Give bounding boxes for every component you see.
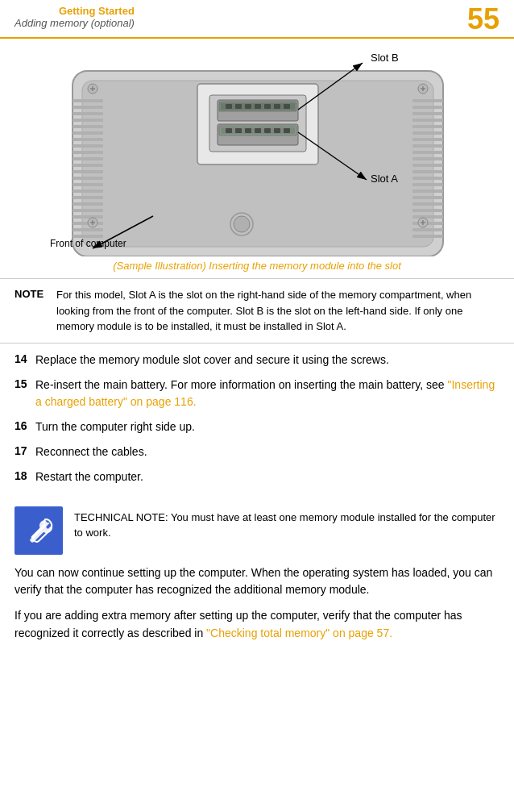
svg-rect-22 [73,228,103,231]
step-14-number: 14 [15,352,35,365]
svg-rect-27 [412,119,443,122]
svg-rect-45 [412,235,443,238]
diagram-area: Slot B Slot A Front of computer [0,39,514,256]
svg-rect-52 [235,104,242,109]
svg-rect-18 [73,202,103,206]
checking-memory-link[interactable]: "Checking total memory" on page 57. [206,627,392,639]
slot-b-label: Slot B [371,52,399,64]
tech-note-icon [15,506,63,555]
svg-rect-55 [264,104,271,109]
svg-rect-41 [412,209,443,212]
svg-rect-38 [412,189,443,193]
laptop-diagram: Slot B Slot A Front of computer [0,39,514,256]
battery-link[interactable]: "Inserting a charged battery" on page 11… [35,378,495,408]
svg-rect-62 [235,128,242,133]
step-17-number: 17 [15,443,35,457]
svg-rect-64 [255,128,261,133]
svg-rect-25 [412,106,443,109]
step-17: 17 Reconnect the cables. [15,443,499,460]
svg-rect-20 [73,215,103,219]
header-titles: Getting Started Adding memory (optional) [15,5,135,29]
step-14-text: Replace the memory module slot cover and… [35,352,389,369]
step-17-text: Reconnect the cables. [35,443,147,460]
svg-rect-8 [73,138,103,141]
svg-rect-67 [284,128,290,133]
svg-rect-17 [73,196,103,199]
svg-rect-12 [73,164,103,167]
svg-rect-4 [73,112,103,115]
step-15: 15 Re-insert the main battery. For more … [15,377,499,410]
svg-rect-61 [226,128,232,133]
svg-rect-51 [226,104,232,109]
svg-rect-10 [73,151,103,154]
svg-rect-40 [412,202,443,206]
body-paragraph-1: You can now continue setting up the comp… [15,564,499,599]
steps-section: 14 Replace the memory module slot cover … [0,344,514,498]
svg-rect-28 [412,125,443,128]
diagram-caption: (Sample Illustration) Inserting the memo… [0,256,514,279]
svg-rect-9 [73,144,103,148]
svg-rect-26 [412,112,443,115]
step-15-text: Re-insert the main battery. For more inf… [35,377,499,410]
step-14: 14 Replace the memory module slot cover … [15,352,499,369]
svg-rect-56 [274,104,280,109]
note-label: NOTE [15,287,56,300]
svg-rect-19 [73,209,103,212]
tech-note: TECHNICAL NOTE: You must have at least o… [15,506,499,555]
svg-rect-16 [73,189,103,193]
svg-rect-42 [412,215,443,219]
svg-rect-57 [284,104,290,109]
svg-rect-34 [412,164,443,167]
chapter-title: Getting Started [59,5,135,17]
note-section: NOTE For this model, Slot A is the slot … [0,279,514,344]
svg-rect-53 [245,104,251,109]
svg-rect-36 [412,177,443,180]
section-title: Adding memory (optional) [15,17,135,29]
svg-rect-33 [412,157,443,160]
svg-rect-3 [73,106,103,109]
svg-rect-65 [264,128,271,133]
step-16: 16 Turn the computer right side up. [15,418,499,435]
body-text: You can now continue setting up the comp… [0,564,514,657]
svg-rect-32 [412,151,443,154]
step-16-text: Turn the computer right side up. [35,418,195,435]
svg-rect-66 [274,128,280,133]
front-label: Front of computer [50,238,126,249]
svg-rect-24 [412,99,443,102]
step-18-text: Restart the computer. [35,468,143,485]
svg-rect-15 [73,183,103,186]
svg-rect-54 [255,104,261,109]
step-16-number: 16 [15,418,35,432]
svg-rect-6 [73,125,103,128]
svg-rect-44 [412,228,443,231]
svg-rect-63 [245,128,251,133]
svg-rect-29 [412,131,443,135]
wrench-icon [21,513,56,548]
note-text: For this model, Slot A is the slot on th… [56,287,499,335]
slot-a-label: Slot A [371,173,398,185]
svg-rect-31 [412,144,443,148]
svg-rect-35 [412,170,443,173]
svg-rect-13 [73,170,103,173]
svg-rect-14 [73,177,103,180]
step-15-number: 15 [15,377,35,390]
page-header: Getting Started Adding memory (optional)… [0,0,514,39]
svg-rect-39 [412,196,443,199]
svg-rect-5 [73,119,103,122]
svg-point-81 [234,216,250,232]
svg-rect-37 [412,183,443,186]
body-paragraph-2: If you are adding extra memory after set… [15,607,499,642]
svg-rect-30 [412,138,443,141]
svg-rect-11 [73,157,103,160]
page-number: 55 [467,5,499,34]
step-18-number: 18 [15,468,35,482]
tech-note-text: TECHNICAL NOTE: You must have at least o… [74,506,499,541]
step-18: 18 Restart the computer. [15,468,499,485]
svg-rect-7 [73,131,103,135]
svg-rect-2 [73,99,103,102]
